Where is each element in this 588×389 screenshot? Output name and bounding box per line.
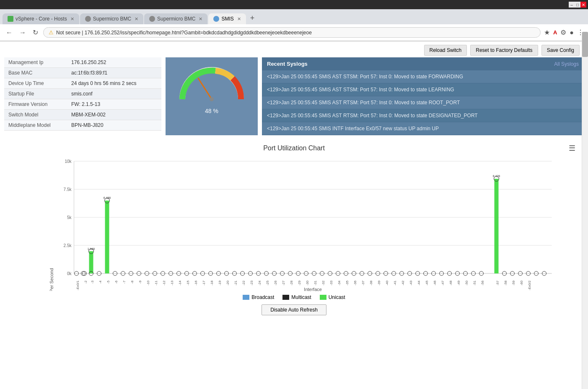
svg-text:-29: -29 — [298, 280, 301, 285]
svg-text:-38: -38 — [369, 280, 373, 285]
info-label: Startup File — [4, 89, 67, 99]
svg-text:-21: -21 — [234, 280, 238, 285]
tab-vsphere[interactable]: vSphere - Core - Hosts ✕ — [3, 13, 79, 24]
minimize-button[interactable]: – — [569, 2, 575, 8]
svg-text:-39: -39 — [377, 280, 381, 285]
syslog-entry: <129>Jan 25 00:55:45 SMIS AST STSM: Port… — [262, 83, 584, 96]
action-buttons-row: Reload Switch Reset to Factory Defaults … — [0, 41, 588, 57]
legend-broadcast-label: Broadcast — [251, 294, 274, 300]
tab-smis[interactable]: SMIS ✕ — [208, 13, 246, 24]
bookmark-icon[interactable]: ★ — [544, 28, 550, 36]
svg-text:-30: -30 — [306, 280, 309, 285]
toolbar-icons: ★ A ⚙ ● ⋮ — [544, 28, 584, 36]
svg-text:-27: -27 — [282, 280, 285, 285]
tab-label-smis: SMIS — [221, 16, 233, 22]
svg-text:-4: -4 — [98, 280, 102, 283]
svg-text:6,488: 6,488 — [104, 196, 111, 199]
info-value: MBM-XEM-002 — [67, 110, 161, 120]
svg-text:1,968: 1,968 — [88, 247, 95, 250]
svg-text:-40: -40 — [385, 280, 389, 285]
extensions-icon[interactable]: ⚙ — [560, 28, 566, 36]
svg-text:-5: -5 — [106, 280, 110, 283]
svg-point-1 — [210, 97, 214, 101]
forward-button[interactable]: → — [18, 27, 28, 38]
save-config-button[interactable]: Save Config — [541, 45, 580, 56]
info-row: Management Ip176.16.250.252 — [4, 57, 161, 68]
scrollbar[interactable] — [582, 32, 588, 389]
scrollbar-thumb[interactable] — [582, 32, 588, 57]
svg-text:-35: -35 — [345, 280, 349, 285]
info-value: FW: 2.1.5-13 — [67, 99, 161, 110]
new-tab-button[interactable]: + — [247, 12, 258, 24]
memory-gauge-svg — [174, 62, 249, 108]
info-label: Switch Model — [4, 110, 67, 120]
restore-button[interactable]: □ — [575, 2, 580, 8]
reload-switch-button[interactable]: Reload Switch — [424, 45, 467, 56]
address-bar: ← → ↻ ⚠ Not secure | 176.16.250.252/iss/… — [0, 24, 588, 41]
svg-text:10k: 10k — [65, 159, 72, 164]
svg-text:-Ex0/1: -Ex0/1 — [76, 280, 80, 290]
svg-text:-50: -50 — [465, 280, 469, 285]
url-bar[interactable]: ⚠ Not secure | 176.16.250.252/iss/specif… — [43, 27, 541, 38]
info-row: Device Up Time24 days 0 hrs 56 mins 2 se… — [4, 78, 161, 89]
info-value: 24 days 0 hrs 56 mins 2 secs — [67, 78, 161, 89]
tab-close-bmc2[interactable]: ✕ — [199, 16, 202, 22]
svg-text:-28: -28 — [290, 280, 293, 285]
tab-close-bmc1[interactable]: ✕ — [135, 16, 138, 22]
tab-label-vsphere: vSphere - Core - Hosts — [16, 16, 67, 22]
security-warning-icon: ⚠ — [49, 29, 54, 36]
legend-broadcast-color — [243, 295, 249, 300]
info-label: Device Up Time — [4, 78, 67, 89]
info-panel: Management Ip176.16.250.252Base MACac:1f… — [4, 57, 161, 135]
tab-bmc2[interactable]: Supermicro BMC ✕ — [144, 13, 207, 24]
svg-text:-22: -22 — [242, 280, 246, 285]
tab-close-smis[interactable]: ✕ — [237, 16, 241, 22]
profile-icon[interactable]: ● — [570, 29, 574, 36]
svg-text:-14: -14 — [178, 280, 182, 285]
chart-menu-icon[interactable]: ☰ — [569, 144, 575, 153]
svg-text:-34: -34 — [337, 280, 341, 285]
svg-text:-11: -11 — [154, 280, 158, 285]
syslogs-header: Recent Syslogs All Syslogs — [262, 57, 584, 70]
syslog-entry: <129>Jan 25 00:55:45 SMIS AST RTSM: Port… — [262, 109, 584, 122]
tab-bmc1[interactable]: Supermicro BMC ✕ — [80, 13, 143, 24]
svg-text:-6: -6 — [114, 280, 118, 283]
svg-line-0 — [198, 78, 212, 99]
svg-text:-18: -18 — [210, 280, 214, 285]
tab-label-bmc1: Supermicro BMC — [93, 16, 131, 22]
svg-text:Interface: Interface — [304, 287, 322, 291]
syslog-entry: <129>Jan 25 00:55:45 SMIS AST RTSM: Port… — [262, 96, 584, 109]
disable-refresh-container: Disable Auto Refresh — [13, 304, 575, 315]
svg-text:-13: -13 — [170, 280, 174, 285]
svg-text:7.5k: 7.5k — [64, 187, 72, 192]
svg-text:-26: -26 — [274, 280, 277, 285]
syslog-entries: <129>Jan 25 00:55:45 SMIS AST STSM: Port… — [262, 70, 584, 135]
info-value: 176.16.250.252 — [67, 57, 161, 68]
tab-close-vsphere[interactable]: ✕ — [70, 16, 74, 22]
syslog-entry: <129>Jan 25 00:55:45 SMIS INTF Interface… — [262, 122, 584, 135]
syslog-entry: <129>Jan 25 00:55:45 SMIS AST STSM: Port… — [262, 70, 584, 83]
info-label: Middleplane Model — [4, 120, 67, 131]
bar-5-unicast — [105, 201, 109, 273]
svg-text:-37: -37 — [361, 280, 365, 285]
tab-label-bmc2: Supermicro BMC — [157, 16, 195, 22]
close-button[interactable]: ✕ — [580, 2, 586, 8]
info-row: Startup Filesmis.conf — [4, 89, 161, 99]
pdf-icon[interactable]: A — [553, 29, 557, 36]
svg-text:-59: -59 — [512, 280, 515, 285]
back-button[interactable]: ← — [4, 27, 14, 38]
info-value: ac:1f:6b:f3:89:f1 — [67, 68, 161, 78]
all-syslogs-link[interactable]: All Syslogs — [554, 61, 579, 67]
info-row: Switch ModelMBM-XEM-002 — [4, 110, 161, 120]
bar-3-unicast — [89, 251, 93, 273]
reload-page-button[interactable]: ↻ — [31, 27, 40, 38]
svg-text:-9: -9 — [138, 280, 142, 283]
reset-factory-button[interactable]: Reset to Factory Defaults — [470, 45, 538, 56]
tab-favicon-bmc2 — [149, 16, 155, 22]
svg-text:0k: 0k — [67, 271, 72, 276]
svg-text:-47: -47 — [441, 280, 445, 285]
svg-text:-33: -33 — [329, 280, 333, 285]
disable-refresh-button[interactable]: Disable Auto Refresh — [262, 304, 326, 315]
chart-section: Port Utilization Chart ☰ Packets Per Sec… — [0, 139, 588, 324]
svg-text:-16: -16 — [194, 280, 198, 285]
